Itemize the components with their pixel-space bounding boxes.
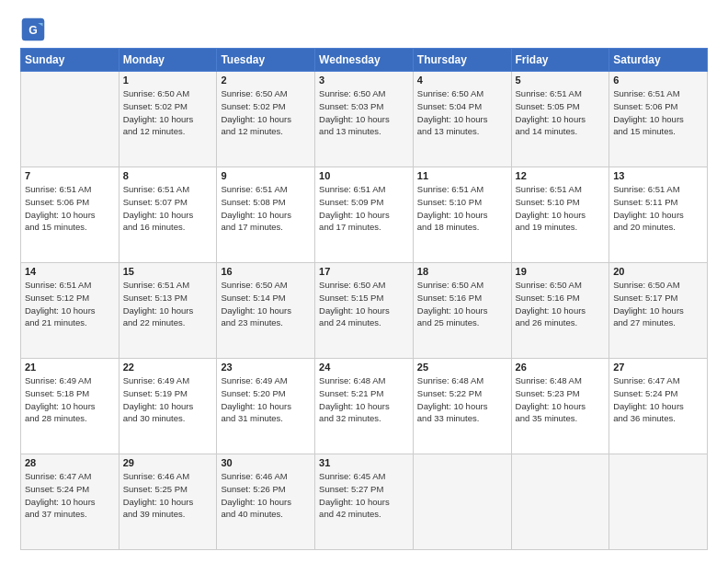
day-number: 23	[221, 362, 311, 373]
day-cell	[21, 72, 119, 167]
day-cell: 13Sunrise: 6:51 AMSunset: 5:11 PMDayligh…	[609, 167, 708, 263]
day-cell: 28Sunrise: 6:47 AMSunset: 5:24 PMDayligh…	[21, 454, 119, 550]
day-info: Sunrise: 6:48 AMSunset: 5:21 PMDaylight:…	[319, 374, 409, 425]
week-row-5: 28Sunrise: 6:47 AMSunset: 5:24 PMDayligh…	[21, 454, 708, 550]
day-number: 2	[221, 75, 311, 86]
day-cell: 5Sunrise: 6:51 AMSunset: 5:05 PMDaylight…	[511, 72, 609, 167]
day-cell	[609, 454, 708, 550]
day-cell: 3Sunrise: 6:50 AMSunset: 5:03 PMDaylight…	[315, 72, 414, 167]
header-cell-thursday: Thursday	[413, 49, 511, 72]
day-info: Sunrise: 6:51 AMSunset: 5:11 PMDaylight:…	[613, 183, 703, 234]
day-info: Sunrise: 6:46 AMSunset: 5:26 PMDaylight:…	[221, 470, 311, 521]
day-number: 15	[123, 266, 213, 277]
day-number: 3	[319, 75, 409, 86]
day-cell: 9Sunrise: 6:51 AMSunset: 5:08 PMDaylight…	[217, 167, 315, 263]
day-cell: 26Sunrise: 6:48 AMSunset: 5:23 PMDayligh…	[511, 359, 609, 454]
day-cell: 20Sunrise: 6:50 AMSunset: 5:17 PMDayligh…	[609, 263, 708, 359]
day-info: Sunrise: 6:50 AMSunset: 5:02 PMDaylight:…	[123, 87, 213, 138]
day-info: Sunrise: 6:50 AMSunset: 5:03 PMDaylight:…	[319, 87, 409, 138]
day-number: 10	[319, 170, 409, 181]
day-number: 6	[613, 75, 703, 86]
day-info: Sunrise: 6:51 AMSunset: 5:05 PMDaylight:…	[516, 87, 606, 138]
day-number: 27	[613, 362, 703, 373]
svg-text:G: G	[28, 24, 38, 37]
day-number: 30	[221, 457, 311, 468]
day-info: Sunrise: 6:50 AMSunset: 5:16 PMDaylight:…	[417, 279, 507, 329]
day-info: Sunrise: 6:50 AMSunset: 5:14 PMDaylight:…	[221, 279, 311, 329]
day-number: 4	[417, 75, 507, 86]
logo: G	[20, 17, 50, 42]
day-number: 19	[516, 266, 606, 277]
header-cell-sunday: Sunday	[21, 49, 119, 72]
day-info: Sunrise: 6:48 AMSunset: 5:23 PMDaylight:…	[516, 374, 606, 425]
logo-icon: G	[20, 17, 46, 42]
day-number: 13	[613, 170, 703, 181]
day-info: Sunrise: 6:47 AMSunset: 5:24 PMDaylight:…	[25, 470, 115, 521]
day-number: 14	[25, 266, 115, 277]
day-info: Sunrise: 6:51 AMSunset: 5:06 PMDaylight:…	[613, 87, 703, 138]
day-info: Sunrise: 6:51 AMSunset: 5:07 PMDaylight:…	[123, 183, 213, 234]
day-info: Sunrise: 6:51 AMSunset: 5:13 PMDaylight:…	[123, 279, 213, 329]
header-cell-friday: Friday	[511, 49, 609, 72]
header-cell-saturday: Saturday	[609, 49, 708, 72]
day-cell: 31Sunrise: 6:45 AMSunset: 5:27 PMDayligh…	[315, 454, 414, 550]
day-cell: 12Sunrise: 6:51 AMSunset: 5:10 PMDayligh…	[511, 167, 609, 263]
day-number: 16	[221, 266, 311, 277]
day-cell	[413, 454, 511, 550]
header-row: SundayMondayTuesdayWednesdayThursdayFrid…	[21, 49, 708, 72]
day-info: Sunrise: 6:51 AMSunset: 5:06 PMDaylight:…	[25, 183, 115, 234]
day-info: Sunrise: 6:51 AMSunset: 5:10 PMDaylight:…	[516, 183, 606, 234]
header-cell-wednesday: Wednesday	[315, 49, 414, 72]
day-number: 7	[25, 170, 115, 181]
day-number: 31	[319, 457, 409, 468]
day-cell: 22Sunrise: 6:49 AMSunset: 5:19 PMDayligh…	[119, 359, 217, 454]
day-cell: 17Sunrise: 6:50 AMSunset: 5:15 PMDayligh…	[315, 263, 414, 359]
day-cell: 15Sunrise: 6:51 AMSunset: 5:13 PMDayligh…	[119, 263, 217, 359]
day-cell: 8Sunrise: 6:51 AMSunset: 5:07 PMDaylight…	[119, 167, 217, 263]
day-info: Sunrise: 6:45 AMSunset: 5:27 PMDaylight:…	[319, 470, 409, 521]
day-cell: 1Sunrise: 6:50 AMSunset: 5:02 PMDaylight…	[119, 72, 217, 167]
day-cell: 30Sunrise: 6:46 AMSunset: 5:26 PMDayligh…	[217, 454, 315, 550]
day-info: Sunrise: 6:49 AMSunset: 5:19 PMDaylight:…	[123, 374, 213, 425]
week-row-1: 1Sunrise: 6:50 AMSunset: 5:02 PMDaylight…	[21, 72, 708, 167]
day-cell: 6Sunrise: 6:51 AMSunset: 5:06 PMDaylight…	[609, 72, 708, 167]
day-number: 11	[417, 170, 507, 181]
week-row-2: 7Sunrise: 6:51 AMSunset: 5:06 PMDaylight…	[21, 167, 708, 263]
day-cell: 4Sunrise: 6:50 AMSunset: 5:04 PMDaylight…	[413, 72, 511, 167]
day-cell: 14Sunrise: 6:51 AMSunset: 5:12 PMDayligh…	[21, 263, 119, 359]
day-cell: 23Sunrise: 6:49 AMSunset: 5:20 PMDayligh…	[217, 359, 315, 454]
day-info: Sunrise: 6:50 AMSunset: 5:16 PMDaylight:…	[516, 279, 606, 329]
day-cell: 18Sunrise: 6:50 AMSunset: 5:16 PMDayligh…	[413, 263, 511, 359]
day-cell: 24Sunrise: 6:48 AMSunset: 5:21 PMDayligh…	[315, 359, 414, 454]
header-cell-monday: Monday	[119, 49, 217, 72]
day-number: 29	[123, 457, 213, 468]
day-number: 26	[516, 362, 606, 373]
day-info: Sunrise: 6:49 AMSunset: 5:18 PMDaylight:…	[25, 374, 115, 425]
day-number: 20	[613, 266, 703, 277]
week-row-3: 14Sunrise: 6:51 AMSunset: 5:12 PMDayligh…	[21, 263, 708, 359]
day-number: 1	[123, 75, 213, 86]
day-info: Sunrise: 6:51 AMSunset: 5:09 PMDaylight:…	[319, 183, 409, 234]
day-number: 17	[319, 266, 409, 277]
day-number: 21	[25, 362, 115, 373]
day-cell: 7Sunrise: 6:51 AMSunset: 5:06 PMDaylight…	[21, 167, 119, 263]
page-header: G	[20, 17, 708, 42]
day-number: 9	[221, 170, 311, 181]
calendar-page: G SundayMondayTuesdayWednesdayThursdayFr…	[0, 0, 728, 563]
day-info: Sunrise: 6:49 AMSunset: 5:20 PMDaylight:…	[221, 374, 311, 425]
day-cell: 19Sunrise: 6:50 AMSunset: 5:16 PMDayligh…	[511, 263, 609, 359]
header-cell-tuesday: Tuesday	[217, 49, 315, 72]
day-cell	[511, 454, 609, 550]
day-info: Sunrise: 6:47 AMSunset: 5:24 PMDaylight:…	[613, 374, 703, 425]
day-cell: 2Sunrise: 6:50 AMSunset: 5:02 PMDaylight…	[217, 72, 315, 167]
day-cell: 10Sunrise: 6:51 AMSunset: 5:09 PMDayligh…	[315, 167, 414, 263]
day-cell: 27Sunrise: 6:47 AMSunset: 5:24 PMDayligh…	[609, 359, 708, 454]
day-cell: 29Sunrise: 6:46 AMSunset: 5:25 PMDayligh…	[119, 454, 217, 550]
day-number: 24	[319, 362, 409, 373]
day-info: Sunrise: 6:51 AMSunset: 5:08 PMDaylight:…	[221, 183, 311, 234]
day-number: 18	[417, 266, 507, 277]
day-info: Sunrise: 6:51 AMSunset: 5:12 PMDaylight:…	[25, 279, 115, 329]
day-info: Sunrise: 6:50 AMSunset: 5:02 PMDaylight:…	[221, 87, 311, 138]
day-info: Sunrise: 6:46 AMSunset: 5:25 PMDaylight:…	[123, 470, 213, 521]
day-number: 12	[516, 170, 606, 181]
